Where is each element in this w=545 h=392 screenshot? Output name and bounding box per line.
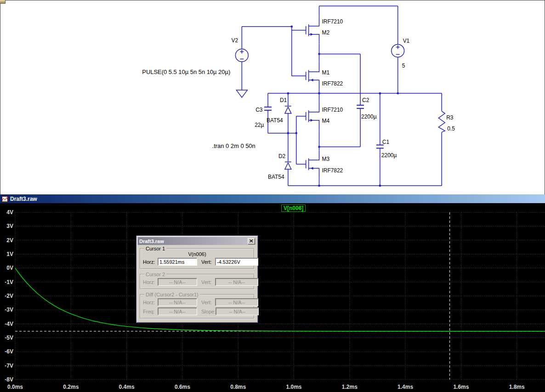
mosfet-M2[interactable] [292, 17, 319, 44]
schematic-labels: V2 PULSE(0 5.5 10µ 5n 5n 10µ 20µ) V1 5 I… [142, 18, 455, 180]
y-tick-label: -3V [5, 307, 13, 313]
v1-label: V1 [403, 38, 410, 44]
c2-value: 2200µ [361, 114, 377, 120]
close-button[interactable] [248, 238, 255, 244]
cursor2-legend: Cursor 2 [144, 272, 166, 277]
waveform-trace[interactable] [15, 268, 545, 331]
diff-legend: Diff (Cursor2 - Cursor1) [144, 292, 200, 297]
diff-vert-label: Vert: [201, 300, 215, 305]
m1-label: M1 [322, 69, 329, 76]
r3-value: 0.5 [447, 125, 455, 132]
cursor2-group: Cursor 2 Horz: Vert: [140, 272, 255, 290]
cursor1-vert-label: Vert: [201, 259, 215, 265]
y-tick-label: -8V [5, 376, 13, 383]
waveform-titlebar[interactable]: Draft3.raw [0, 194, 545, 203]
waveform-plot[interactable]: 4V3V2V1V0V-1V-2V-3V-4V-5V-6V-7V-8V0.0ms0… [0, 203, 545, 392]
resistor-R3[interactable] [438, 111, 445, 132]
y-tick-label: 3V [6, 223, 13, 229]
x-tick-label: 1.6ms [453, 384, 469, 390]
capacitor-C2[interactable] [357, 105, 364, 108]
x-tick-label: 1.2ms [342, 384, 358, 390]
x-tick-label: 0.2ms [63, 384, 79, 390]
ground-symbol[interactable] [236, 90, 247, 97]
waveform-window: Draft3.raw 4V3V2V1V0V-1V-2V-3V-4V-5V-6V-… [0, 194, 545, 392]
x-tick-label: 0.8ms [230, 384, 246, 390]
cursor1-vert-input[interactable] [215, 258, 258, 266]
diode-D1[interactable] [285, 106, 291, 114]
d2-label: D2 [278, 153, 286, 159]
c1-value: 2200µ [381, 152, 397, 159]
schematic-canvas[interactable]: V2 PULSE(0 5.5 10µ 5n 5n 10µ 20µ) V1 5 I… [0, 0, 545, 194]
y-tick-label: 0V [6, 265, 13, 271]
d2-model: BAT54 [268, 174, 284, 180]
window-icon-fragment [0, 0, 6, 4]
x-tick-label: 0.6ms [175, 384, 190, 390]
y-tick-label: -5V [5, 335, 13, 341]
diff-slope-label: Slope: [201, 309, 216, 314]
r3-label: R3 [446, 114, 454, 121]
cursor2-vert-input [215, 278, 258, 286]
diff-group: Diff (Cursor2 - Cursor1) Horz: Vert: Fre… [140, 292, 255, 319]
m1-model: IRF7822 [322, 80, 343, 87]
diff-freq-input [158, 307, 197, 315]
capacitor-C3[interactable] [264, 107, 272, 110]
cursor2-horz-label: Horz: [143, 279, 158, 285]
wires[interactable] [242, 6, 442, 186]
y-tick-label: 1V [6, 251, 13, 257]
x-tick-label: 1.8ms [509, 384, 525, 390]
cursor1-legend: Cursor 1 [144, 246, 166, 251]
m4-label: M4 [322, 118, 329, 124]
diode-D2[interactable] [285, 162, 291, 169]
cursor1-group: Cursor 1 V(n006) Horz: Vert: [140, 246, 255, 269]
mosfet-M3[interactable] [296, 150, 319, 178]
y-tick-label: -1V [5, 279, 13, 285]
d1-model: BAT54 [267, 117, 283, 124]
x-tick-label: 0.0ms [7, 384, 23, 390]
m3-model: IRF7822 [322, 167, 343, 174]
x-tick-label: 1.0ms [286, 384, 301, 390]
tran-directive[interactable]: .tran 0 2m 0 50n [212, 142, 255, 149]
plot-canvas[interactable]: 4V3V2V1V0V-1V-2V-3V-4V-5V-6V-7V-8V0.0ms0… [0, 203, 545, 392]
c3-label: C3 [255, 107, 263, 113]
trace-label[interactable]: V[n006] [281, 205, 306, 212]
y-tick-label: 2V [6, 237, 13, 244]
d1-label: D1 [280, 97, 287, 103]
m2-label: M2 [322, 29, 329, 36]
cursor-dialog-titlebar[interactable]: Draft3.raw [138, 237, 256, 245]
diff-freq-label: Freq: [143, 309, 158, 314]
y-tick-label: -4V [5, 321, 13, 327]
cursor-dialog: Draft3.raw Cursor 1 V(n006) Horz: Vert: … [136, 235, 258, 323]
cursor-dialog-title: Draft3.raw [139, 239, 248, 244]
c1-label: C1 [382, 139, 390, 145]
waveform-file-icon [2, 196, 8, 202]
v1-value: 5 [402, 62, 405, 69]
close-icon [250, 239, 253, 243]
x-tick-label: 0.4ms [119, 384, 135, 390]
schematic-editor[interactable]: V2 PULSE(0 5.5 10µ 5n 5n 10µ 20µ) V1 5 I… [0, 0, 545, 194]
cursor1-horz-input[interactable] [158, 258, 197, 266]
y-tick-label: 4V [6, 209, 13, 216]
cursor1-horz-label: Horz: [143, 259, 158, 265]
mosfet-M1[interactable] [292, 62, 319, 90]
cursor2-vert-label: Vert: [201, 279, 215, 285]
diff-slope-input [216, 307, 259, 315]
voltage-source-V2[interactable] [235, 49, 248, 62]
m3-label: M3 [322, 156, 329, 162]
diff-horz-input [158, 298, 197, 306]
capacitor-C1[interactable] [376, 145, 384, 148]
m4-model: IRF7210 [322, 107, 343, 113]
v2-label: V2 [231, 37, 238, 44]
waveform-window-title: Draft3.raw [10, 196, 37, 202]
diff-horz-label: Horz: [143, 300, 158, 305]
m2-model: IRF7210 [322, 18, 343, 25]
cursor2-horz-input [158, 278, 197, 286]
y-tick-label: -6V [5, 348, 13, 355]
c2-label: C2 [362, 97, 369, 103]
voltage-source-V1[interactable] [392, 45, 404, 57]
c3-value: 22µ [255, 122, 264, 128]
v2-pulse-text[interactable]: PULSE(0 5.5 10µ 5n 5n 10µ 20µ) [142, 68, 230, 75]
mosfet-M4[interactable] [296, 102, 319, 130]
diff-vert-input [215, 298, 258, 306]
x-tick-label: 1.4ms [397, 384, 413, 390]
y-tick-label: -7V [5, 363, 13, 369]
